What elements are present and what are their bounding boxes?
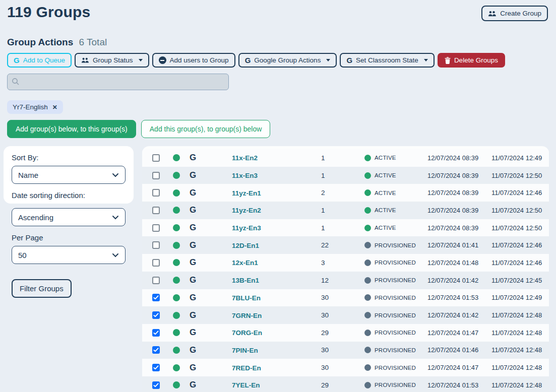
page-header: 119 Groups Create Group xyxy=(7,4,549,21)
status-cell: ACTIVE xyxy=(361,207,424,214)
add-to-queue-button[interactable]: G Add to Queue xyxy=(7,53,72,68)
status-cell: PROVISIONED xyxy=(361,259,424,266)
group-name-link[interactable]: 7ORG-En xyxy=(232,329,262,337)
group-name-link[interactable]: 12D-En1 xyxy=(232,242,259,249)
add-this-group-to-groups-below-button[interactable]: Add this group(s), to group(s) below xyxy=(141,120,271,138)
group-active-dot-cell xyxy=(166,277,186,284)
group-active-dot-cell xyxy=(166,381,186,388)
search-icon xyxy=(12,78,20,88)
delete-groups-button[interactable]: Delete Groups xyxy=(438,53,505,68)
group-name-cell: 7GRN-En xyxy=(208,311,318,320)
row-checkbox[interactable] xyxy=(152,329,160,337)
modified-date: 12/07/2024 08:39 xyxy=(424,172,483,179)
main-content: Sort By: Name Date sorting direction: As… xyxy=(4,146,549,392)
row-checkbox[interactable] xyxy=(152,189,160,197)
group-active-dot-cell xyxy=(166,242,186,249)
row-checkbox[interactable] xyxy=(152,364,160,371)
chevron-down-icon xyxy=(112,253,119,257)
group-actions-title: Group Actions xyxy=(7,37,73,47)
row-checkbox-cell xyxy=(142,224,166,232)
google-g-icon: G xyxy=(186,257,208,268)
member-count: 29 xyxy=(318,329,361,337)
group-status-dropdown[interactable]: Group Status xyxy=(75,53,149,68)
groups-table: G 11x-En2 1 ACTIVE 12/07/2024 08:39 11/0… xyxy=(142,146,549,392)
group-name-link[interactable]: 7GRN-En xyxy=(232,312,262,319)
created-date: 11/07/2024 12:48 xyxy=(483,346,549,354)
group-name-link[interactable]: 11yz-En1 xyxy=(232,189,261,197)
status-cell: ACTIVE xyxy=(361,155,424,161)
group-name-link[interactable]: 11yz-En2 xyxy=(232,207,261,214)
status-cell: PROVISIONED xyxy=(361,364,424,371)
group-name-link[interactable]: 11x-En3 xyxy=(232,172,258,179)
row-checkbox[interactable] xyxy=(152,381,160,389)
row-checkbox[interactable] xyxy=(152,241,160,249)
group-name-link[interactable]: 11yz-En3 xyxy=(232,224,261,232)
row-checkbox[interactable] xyxy=(152,311,160,319)
per-page-select[interactable]: 50 xyxy=(12,246,126,264)
row-checkbox[interactable] xyxy=(152,154,160,162)
created-date: 11/07/2024 12:49 xyxy=(483,154,549,162)
status-dot xyxy=(364,155,371,161)
status-dot xyxy=(364,242,371,248)
check-icon xyxy=(153,383,159,387)
green-dot-icon xyxy=(173,381,180,388)
group-name-link[interactable]: 11x-En2 xyxy=(232,154,258,162)
add-to-queue-label: Add to Queue xyxy=(23,56,65,64)
member-count: 30 xyxy=(318,311,361,319)
green-dot-icon xyxy=(173,242,180,249)
date-direction-select[interactable]: Ascending xyxy=(12,208,126,226)
group-name-cell: 13B-En1 xyxy=(208,276,318,285)
group-name-cell: 11x-En2 xyxy=(208,153,318,162)
status-label: ACTIVE xyxy=(375,155,396,161)
status-dot xyxy=(364,330,371,336)
sort-by-select[interactable]: Name xyxy=(12,166,126,184)
group-name-link[interactable]: 12x-En1 xyxy=(232,259,258,267)
row-checkbox[interactable] xyxy=(152,259,160,267)
group-name-link[interactable]: 7BLU-En xyxy=(232,294,261,302)
group-name-link[interactable]: 7RED-En xyxy=(232,364,261,372)
sort-by-value: Name xyxy=(18,171,38,179)
created-date: 11/07/2024 12:45 xyxy=(483,277,549,284)
row-checkbox[interactable] xyxy=(152,224,160,232)
status-cell: PROVISIONED xyxy=(361,382,424,388)
group-name-link[interactable]: 7PIN-En xyxy=(232,347,258,354)
google-g-icon: G xyxy=(245,56,251,64)
filter-groups-button[interactable]: Filter Groups xyxy=(12,279,72,298)
group-active-dot-cell xyxy=(166,364,186,371)
selected-group-chip[interactable]: Yr7-English ✕ xyxy=(7,100,63,114)
group-active-dot-cell xyxy=(166,207,186,214)
assign-secondary-label: Add this group(s), to group(s) below xyxy=(150,125,262,133)
google-g-icon: G xyxy=(186,310,208,320)
member-count: 1 xyxy=(318,224,361,232)
row-checkbox-cell xyxy=(142,311,166,319)
status-label: PROVISIONED xyxy=(375,312,416,318)
row-checkbox[interactable] xyxy=(152,346,160,354)
group-name-link[interactable]: 7YEL-En xyxy=(232,381,260,389)
row-checkbox[interactable] xyxy=(152,207,160,214)
add-users-to-group-button[interactable]: Add users to Group xyxy=(152,53,235,68)
green-dot-icon xyxy=(173,207,180,214)
row-checkbox-cell xyxy=(142,329,166,337)
row-checkbox-cell xyxy=(142,172,166,179)
row-checkbox[interactable] xyxy=(152,277,160,284)
row-checkbox[interactable] xyxy=(152,294,160,301)
created-date: 11/07/2024 12:49 xyxy=(483,294,549,301)
google-group-actions-dropdown[interactable]: G Google Group Actions xyxy=(238,53,337,68)
search-input[interactable] xyxy=(7,74,229,90)
create-group-button[interactable]: Create Group xyxy=(481,6,548,21)
created-date: 11/07/2024 12:48 xyxy=(483,364,549,371)
green-dot-icon xyxy=(173,277,180,284)
set-classroom-state-dropdown[interactable]: G Set Classroom State xyxy=(340,53,434,68)
member-count: 1 xyxy=(318,207,361,214)
status-dot xyxy=(364,277,371,284)
green-dot-icon xyxy=(173,189,180,197)
group-name-link[interactable]: 13B-En1 xyxy=(232,277,259,284)
status-cell: ACTIVE xyxy=(361,189,424,196)
close-icon[interactable]: ✕ xyxy=(52,104,57,110)
row-checkbox[interactable] xyxy=(152,172,160,179)
add-groups-below-to-this-button[interactable]: Add group(s) below, to this group(s) xyxy=(7,120,136,138)
group-active-dot-cell xyxy=(166,172,186,179)
member-count: 29 xyxy=(318,381,361,389)
groups-page: 119 Groups Create Group Group Actions 6 … xyxy=(0,4,556,392)
modified-date: 12/07/2024 01:47 xyxy=(424,364,483,371)
